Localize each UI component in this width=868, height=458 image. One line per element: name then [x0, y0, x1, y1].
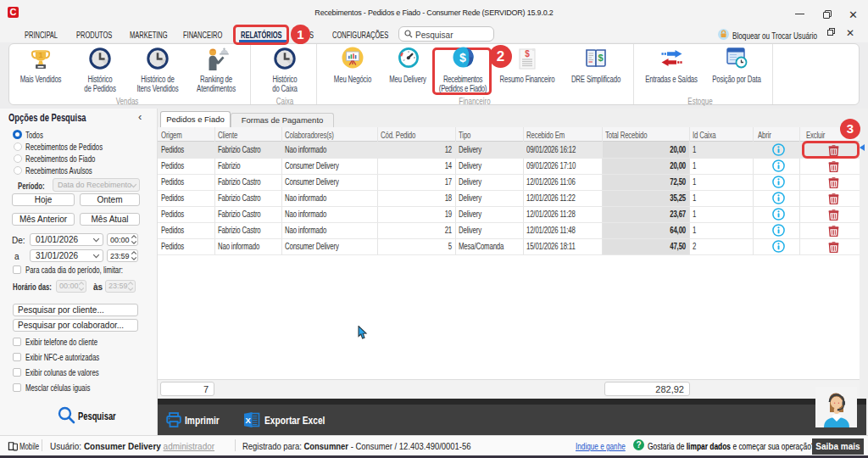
svg-text:$: $ [598, 53, 603, 63]
svg-text:1: 1 [38, 51, 42, 59]
svg-text:$: $ [459, 51, 466, 64]
svg-text:$: $ [525, 49, 530, 59]
svg-text:X: X [245, 416, 251, 425]
